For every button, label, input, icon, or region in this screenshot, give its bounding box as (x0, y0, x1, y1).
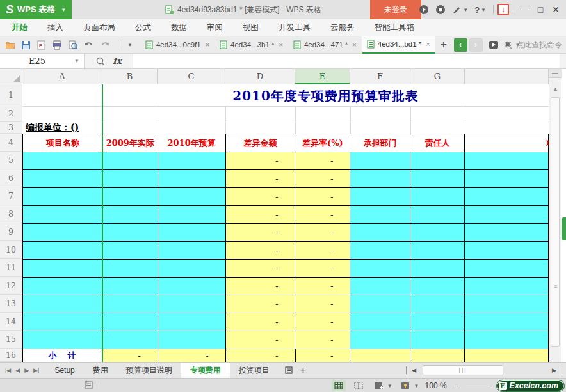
column-header[interactable]: F (350, 69, 410, 84)
column-header[interactable]: G (410, 69, 465, 84)
menu-item[interactable]: 开发工具 (279, 22, 311, 33)
cell[interactable] (410, 242, 465, 260)
column-header[interactable] (465, 69, 549, 84)
cell[interactable] (465, 152, 549, 170)
document-tab[interactable]: 4ed34...471 *× (288, 36, 362, 54)
macro-record-icon[interactable] (85, 380, 93, 389)
page-break-view-icon[interactable] (352, 380, 366, 391)
row-header[interactable]: 14 (0, 313, 22, 331)
cell[interactable] (23, 188, 103, 206)
cell[interactable] (410, 313, 465, 331)
cell[interactable] (23, 278, 103, 295)
command-search[interactable]: 点此查找命令 (497, 36, 562, 54)
cell[interactable]: 承担部门 (350, 134, 410, 152)
column-header[interactable]: B (102, 69, 158, 84)
cell[interactable] (410, 152, 465, 170)
cell[interactable] (410, 260, 465, 278)
cell[interactable] (350, 313, 410, 331)
cell[interactable]: - (295, 278, 350, 295)
cell[interactable] (350, 152, 410, 170)
menu-item[interactable]: 云服务 (330, 22, 355, 33)
menu-item[interactable]: 插入 (47, 22, 63, 33)
scroll-up-icon[interactable]: ▲ (549, 83, 562, 95)
cell[interactable]: - (296, 349, 351, 362)
download-update-icon[interactable]: ↓ (497, 4, 509, 15)
row-header[interactable]: 7 (0, 187, 22, 205)
cell[interactable]: - (226, 313, 296, 331)
cell[interactable]: 2010年预算 (158, 134, 226, 152)
cell[interactable]: - (226, 242, 296, 260)
cell[interactable] (103, 170, 158, 188)
cell[interactable]: - (226, 224, 296, 242)
cell[interactable] (465, 224, 549, 242)
cell[interactable] (103, 224, 158, 242)
open-folder-icon[interactable] (5, 40, 15, 50)
cell[interactable] (103, 331, 158, 349)
prev-tab-button[interactable]: ‹ (454, 38, 467, 52)
name-box[interactable]: E25 ▼ (0, 54, 85, 68)
cell[interactable]: - (226, 152, 296, 170)
menu-item[interactable]: 视图 (243, 22, 259, 33)
row-header[interactable]: 3 (0, 122, 22, 134)
skin-icon[interactable] (419, 4, 429, 15)
cell[interactable] (158, 206, 226, 224)
cell[interactable]: - (295, 170, 350, 188)
cell[interactable] (410, 170, 465, 188)
cell[interactable]: - (226, 188, 296, 206)
grid-canvas[interactable]: 2010年度专项费用预算审批表 编报单位：() 项目名称2009年实际2010年… (22, 84, 549, 362)
split-handle[interactable] (549, 69, 562, 78)
next-sheet-icon[interactable]: ▶ (24, 367, 29, 373)
cell[interactable] (410, 295, 465, 313)
row-header[interactable]: 8 (0, 205, 22, 223)
cell[interactable] (23, 206, 103, 224)
menu-item[interactable]: 数据 (171, 22, 187, 33)
cell[interactable] (465, 313, 549, 331)
reading-mode-icon[interactable] (398, 380, 412, 391)
add-sheet-button[interactable]: + (300, 363, 306, 378)
row-header[interactable]: 5 (0, 152, 22, 169)
cell[interactable]: 责任人 (410, 134, 465, 152)
zoom-out-button[interactable]: — (453, 381, 460, 390)
side-panel-handle[interactable] (562, 217, 566, 240)
row-header[interactable]: 4 (0, 134, 22, 152)
cell[interactable] (410, 331, 465, 349)
cell[interactable] (23, 331, 103, 349)
cell[interactable] (103, 152, 158, 170)
sheet-tab[interactable]: Setup (45, 363, 83, 378)
select-all-corner[interactable] (0, 69, 22, 84)
cell[interactable]: 项目名称 (23, 134, 103, 152)
cell[interactable] (350, 170, 410, 188)
cell[interactable] (465, 206, 549, 224)
page-layout-view-icon[interactable] (371, 380, 385, 391)
cell[interactable] (465, 170, 549, 188)
cell[interactable]: - (226, 278, 296, 295)
cell[interactable] (158, 188, 226, 206)
cell[interactable] (23, 152, 103, 170)
cell[interactable]: - (226, 331, 296, 349)
menu-item[interactable]: 公式 (135, 22, 151, 33)
cell[interactable] (350, 242, 410, 260)
horizontal-scrollbar-track[interactable]: ||| (421, 365, 547, 375)
next-tab-button[interactable]: › (469, 38, 483, 52)
last-sheet-icon[interactable]: ▶| (33, 367, 39, 373)
row-header[interactable]: 11 (0, 259, 22, 277)
cell[interactable]: 2009年实际 (103, 134, 158, 152)
cell[interactable] (410, 206, 465, 224)
cell[interactable] (158, 152, 226, 170)
cell[interactable] (158, 313, 226, 331)
row-header[interactable]: 9 (0, 223, 22, 241)
settings-icon[interactable] (435, 4, 446, 15)
horizontal-scrollbar[interactable]: ◀ ||| ▶ (406, 363, 562, 378)
cell[interactable] (350, 206, 410, 224)
cell[interactable] (23, 260, 103, 278)
cell[interactable] (158, 170, 226, 188)
close-tab-icon[interactable]: × (206, 41, 209, 49)
column-header[interactable]: A (22, 69, 102, 84)
close-button[interactable]: ✕ (548, 4, 563, 15)
cell[interactable] (158, 295, 226, 313)
insert-function-button[interactable]: fx (113, 56, 121, 66)
unit-label-cell[interactable]: 编报单位：() (26, 122, 79, 134)
chevron-down-icon[interactable]: ▼ (463, 7, 468, 13)
row-header[interactable]: 16 (0, 349, 22, 362)
cell[interactable] (350, 349, 410, 362)
